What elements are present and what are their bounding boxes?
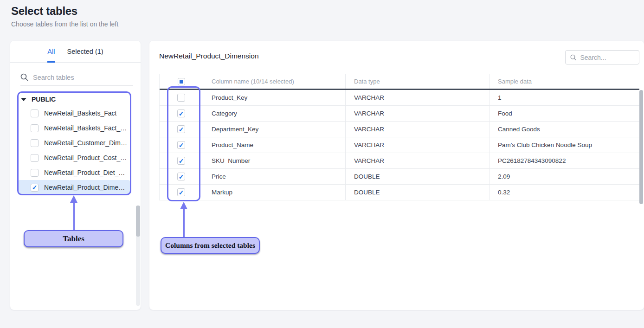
column-name-cell: SKU_Number [203,153,345,168]
tables-annotation-arrow-line [73,201,75,231]
header-column-name: Column name (10/14 selected) [203,74,345,89]
data-type-cell: VARCHAR [345,122,489,137]
sample-data-cell: 2.09 [489,169,639,184]
table-checkbox[interactable] [31,184,39,192]
data-type-cell: VARCHAR [345,90,489,105]
table-name: NewRetail_Baskets_Fact_… [44,124,127,132]
table-row[interactable]: Product_Name VARCHAR Pam's Club Chicken … [160,137,639,153]
header-sample-data: Sample data [489,74,639,89]
chevron-down-icon[interactable] [21,98,26,101]
table-checkbox[interactable] [31,169,39,177]
column-checkbox[interactable] [177,188,185,196]
columns-table-header: Column name (10/14 selected) Data type S… [160,74,639,90]
column-name-cell: Product_Name [203,137,345,153]
sample-data-cell: Food [489,106,639,121]
data-type-cell: DOUBLE [345,169,489,184]
column-checkbox[interactable] [177,125,185,133]
table-checkbox[interactable] [31,124,39,132]
tables-tab-bar: All Selected (1) [10,41,141,63]
table-list-item[interactable]: NewRetail_Product_Dime… [18,180,130,195]
tables-annotation-label: Tables [24,230,123,247]
table-row[interactable]: Department_Key VARCHAR Canned Goods [160,122,639,137]
search-tables-input[interactable] [33,74,133,81]
tab-all[interactable]: All [47,41,55,63]
tables-panel: All Selected (1) PUBLIC NewRetail_Basket… [10,41,141,310]
table-list-item[interactable]: NewRetail_Baskets_Fact [18,106,130,121]
column-name-cell: Markup [203,185,345,200]
select-all-checkbox[interactable] [178,78,185,85]
column-name-cell: Department_Key [203,122,345,137]
column-checkbox[interactable] [177,157,185,165]
table-name: NewRetail_Product_Cost_… [44,154,127,161]
data-type-cell: VARCHAR [345,153,489,168]
data-type-cell: VARCHAR [345,137,489,153]
header-data-type: Data type [345,74,489,89]
column-checkbox[interactable] [177,109,185,117]
table-name: NewRetail_Product_Dime… [44,184,125,191]
table-checkbox[interactable] [31,139,39,147]
page-subtitle: Choose tables from the list on the left [11,20,118,28]
page-title: Select tables [11,5,77,18]
schema-name: PUBLIC [32,96,56,103]
sample-data-cell: 0.32 [489,185,639,200]
table-list: NewRetail_Baskets_Fact NewRetail_Baskets… [10,106,141,195]
column-checkbox[interactable] [177,141,185,149]
column-checkbox[interactable] [177,173,185,180]
data-type-cell: VARCHAR [345,106,489,121]
sample-data-cell: PC26182784343090822 [489,153,639,168]
schema-tree: PUBLIC NewRetail_Baskets_Fact NewRetail_… [10,93,141,195]
table-row[interactable]: Product_Key VARCHAR 1 [160,90,639,106]
columns-table: Column name (10/14 selected) Data type S… [159,74,639,200]
arrow-up-icon [180,202,187,209]
table-list-item[interactable]: NewRetail_Customer_Dim… [18,135,130,150]
arrow-up-icon [70,195,77,203]
sample-data-cell: 1 [489,90,639,105]
table-name: NewRetail_Baskets_Fact [44,109,116,117]
table-list-item[interactable]: NewRetail_Baskets_Fact_… [18,121,130,135]
data-type-cell: DOUBLE [345,185,489,200]
table-row[interactable]: Markup DOUBLE 0.32 [160,185,639,200]
selected-table-title: NewRetail_Product_Dimension [159,52,259,60]
table-checkbox[interactable] [31,109,39,117]
column-name-cell: Category [203,106,345,121]
search-tables-field[interactable] [20,70,133,85]
columns-annotation-label: Columns from selected tables [161,237,260,254]
columns-table-body: Product_Key VARCHAR 1 Category VARCHAR F… [160,90,639,200]
sample-data-cell: Canned Goods [489,122,639,137]
search-icon [570,54,577,61]
column-name-cell: Product_Key [203,90,345,105]
table-row[interactable]: Category VARCHAR Food [160,106,639,122]
search-icon [20,73,28,81]
table-row[interactable]: SKU_Number VARCHAR PC26182784343090822 [160,153,639,169]
sidebar-scrollbar-thumb[interactable] [136,206,140,237]
table-row[interactable]: Price DOUBLE 2.09 [160,169,639,185]
column-checkbox[interactable] [177,94,185,102]
table-list-item[interactable]: NewRetail_Product_Cost_… [18,150,130,165]
schema-node-public[interactable]: PUBLIC [10,93,141,106]
table-scrollbar-thumb[interactable] [639,90,643,204]
table-list-item[interactable]: NewRetail_Product_Diet_… [18,165,130,180]
sample-data-cell: Pam's Club Chicken Noodle Soup [489,137,639,153]
table-name: NewRetail_Product_Diet_… [44,169,125,176]
search-columns-input[interactable] [580,54,635,61]
column-name-cell: Price [203,169,345,184]
table-checkbox[interactable] [31,154,39,162]
table-name: NewRetail_Customer_Dim… [44,139,127,147]
search-columns-field[interactable] [565,50,639,64]
columns-panel: NewRetail_Product_Dimension Column name … [149,41,644,310]
tab-selected[interactable]: Selected (1) [67,41,103,63]
columns-annotation-arrow-line [183,208,185,238]
